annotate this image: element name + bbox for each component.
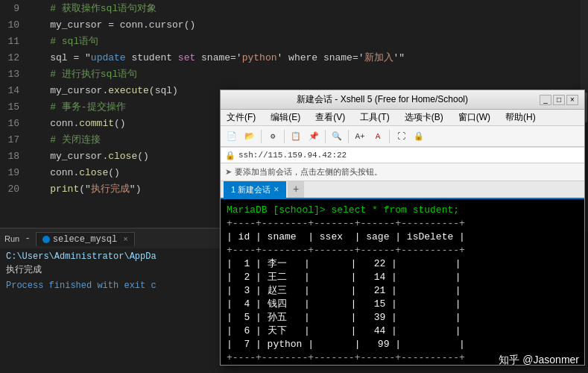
line-number: 16 [0,118,27,129]
maximize-button[interactable]: □ [553,95,565,105]
run-exec: 执行完成 [6,263,218,276]
terminal-line: MariaDB [school]> select * from student; [227,204,578,217]
close-button[interactable]: × [566,95,578,105]
terminal-line: +----+--------+-------+------+----------… [227,217,578,231]
menu-item-h[interactable]: 帮助(H) [502,110,539,125]
new-tab-button[interactable]: + [288,181,304,198]
new-session-btn[interactable]: 📄 [224,128,240,145]
terminal-line: | 6 | 天下 | | 44 | | [227,325,578,338]
paste-btn[interactable]: 📌 [306,128,322,145]
terminal-line: +----+--------+-------+------+----------… [227,244,578,257]
line-number: 17 [0,134,27,145]
terminal-line: | id | sname | ssex | sage | isDelete | [227,231,578,244]
code-line: 11 # sql语句 [0,33,588,49]
code-line: 9 # 获取操作sql语句对象 [0,0,588,16]
code-line: 13 # 进行执行sql语句 [0,66,588,82]
line-number: 12 [0,52,27,63]
line-number: 9 [0,3,27,14]
minimize-button[interactable]: _ [540,95,551,105]
terminal-line: | 2 | 王二 | | 14 | | [227,271,578,284]
xshell-window: 新建会话 - Xshell 5 (Free for Home/School) _… [220,90,585,366]
lock-icon: 🔒 [225,151,235,160]
menu-item-b[interactable]: 选项卡(B) [402,110,446,125]
xshell-info-text: 要添加当前会话，点击左侧的箭头按钮。 [235,166,382,178]
menu-item-v[interactable]: 查看(V) [312,110,348,125]
menu-item-f[interactable]: 文件(F) [224,110,259,125]
xshell-tab-1[interactable]: 1 新建会话 × [224,181,286,198]
toolbar-sep-4 [348,130,349,143]
xshell-tabs: 1 新建会话 × + [221,181,584,199]
line-number: 20 [0,184,27,195]
properties-btn[interactable]: ⚙ [265,128,281,145]
watermark: 知乎 @Jasonmer [499,354,579,367]
toolbar-sep-2 [284,130,285,143]
code-line: 12 sql = "update student set sname='pyth… [0,49,588,66]
terminal-line: | 3 | 赵三 | | 21 | | [227,284,578,298]
toolbar-sep-3 [325,130,326,143]
run-dot-icon [42,236,50,243]
line-number: 18 [0,151,27,162]
run-tab-label: selece_mysql [53,234,117,245]
code-line: 10 my_cursor = conn.cursor() [0,16,588,33]
run-tab-selece[interactable]: selece_mysql × [36,232,135,246]
line-number: 14 [0,85,27,96]
line-number: 11 [0,36,27,47]
xshell-title: 新建会话 - Xshell 5 (Free for Home/School) [227,93,538,106]
copy-btn[interactable]: 📋 [288,128,304,145]
xshell-titlebar: 新建会话 - Xshell 5 (Free for Home/School) _… [221,90,584,110]
line-number: 19 [0,167,27,178]
run-tab-bar: Run - selece_mysql × [0,229,224,248]
toolbar-sep-1 [261,130,262,143]
run-path: C:\Users\Administrator\AppDa [6,251,218,262]
line-content: sql = "update student set sname='python'… [27,51,588,64]
xshell-terminal[interactable]: MariaDB [school]> select * from student;… [221,199,584,365]
xshell-info-bar: ➤ 要添加当前会话，点击左侧的箭头按钮。 [221,163,584,181]
xshell-tab-label: 1 新建会话 [231,184,271,195]
menu-item-w[interactable]: 窗口(W) [455,110,493,125]
find-btn[interactable]: 🔍 [329,128,345,145]
color-btn[interactable]: A [370,128,386,145]
xshell-address-text: ssh://115.159.94.42:22 [238,151,347,160]
arrow-icon: ➤ [225,167,232,177]
line-content: # sql语句 [27,34,588,48]
terminal-line: | 4 | 钱四 | | 15 | | [227,298,578,311]
xshell-menubar: 文件(F)编辑(E)查看(V)工具(T)选项卡(B)窗口(W)帮助(H) [221,110,584,126]
run-label: Run [4,234,19,243]
menu-item-e[interactable]: 编辑(E) [268,110,303,125]
terminal-line: | 1 | 李一 | | 22 | | [227,257,578,271]
zoom-in-btn[interactable]: A+ [352,128,368,145]
run-content: C:\Users\Administrator\AppDa 执行完成 Proces… [0,248,224,373]
xshell-address-bar: 🔒 ssh://115.159.94.42:22 [221,147,584,163]
lock-btn[interactable]: 🔒 [411,128,427,145]
close-tab-icon[interactable]: × [123,235,128,244]
fullscreen-btn[interactable]: ⛶ [393,128,409,145]
line-number: 13 [0,69,27,80]
terminal-line: | 5 | 孙五 | | 39 | | [227,311,578,325]
toolbar-sep-5 [389,130,390,143]
line-number: 10 [0,19,27,31]
open-btn[interactable]: 📂 [241,128,258,145]
run-process: Process finished with exit c [6,280,218,291]
xshell-toolbar: 📄 📂 ⚙ 📋 📌 🔍 A+ A ⛶ 🔒 [221,126,584,147]
line-content: my_cursor = conn.cursor() [27,19,588,31]
xshell-tab-close-icon[interactable]: × [274,184,279,195]
run-panel: Run - selece_mysql × C:\Users\Administra… [0,228,224,373]
menu-item-t[interactable]: 工具(T) [357,110,392,125]
line-number: 15 [0,101,27,113]
line-content: # 进行执行sql语句 [27,67,588,81]
line-content: # 获取操作sql语句对象 [27,1,588,15]
terminal-line: | 7 | python | | 99 | | [227,338,578,351]
